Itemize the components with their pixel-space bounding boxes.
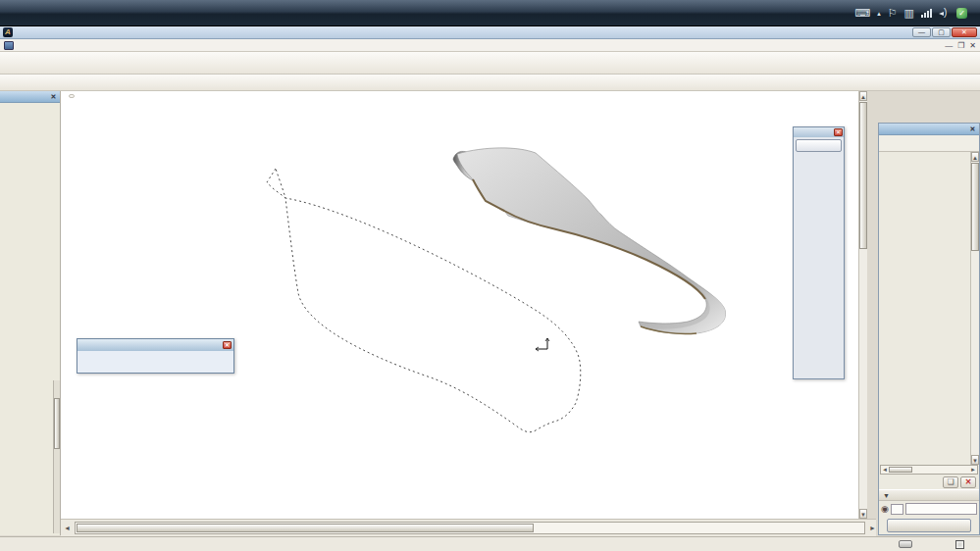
navigator-titlebar[interactable]: ✕ <box>879 124 979 135</box>
archiforma-palette: ✕ <box>793 126 845 379</box>
navigator-palette: ✕ ▲ ▼ ◄ ► ❏ ✕ ▼ ◉ <box>878 123 980 535</box>
properties-section-header[interactable]: ▼ <box>879 489 979 501</box>
navigator-actions: ❏ ✕ <box>879 475 979 489</box>
mdi-minimize-button[interactable]: — <box>945 41 953 50</box>
scroll-left-icon[interactable]: ◄ <box>64 525 71 531</box>
viewport-nav-bar: ◄ ► <box>61 519 876 536</box>
tool-list <box>0 103 60 535</box>
navigator-toolbar <box>879 135 979 152</box>
viewport-hscrollbar[interactable] <box>75 522 865 534</box>
view-name-field[interactable] <box>905 503 977 515</box>
status-bar <box>0 536 980 551</box>
edit-palette-titlebar[interactable]: ✕ <box>77 339 233 351</box>
view-properties-row: ◉ <box>879 501 979 517</box>
navigator-tree-scrollbar[interactable]: ▲ ▼ <box>970 152 979 465</box>
network-signal-icon[interactable] <box>921 9 932 18</box>
system-tray: ⌨ ▴ ⚐ ▥ ✓ <box>848 0 976 26</box>
scroll-right-icon[interactable]: ► <box>869 525 876 531</box>
volume-icon[interactable] <box>939 9 950 19</box>
clone-folder-button[interactable]: ❏ <box>943 476 958 488</box>
flag-icon[interactable]: ⚐ <box>888 7 898 20</box>
vscroll-thumb[interactable] <box>859 102 867 249</box>
disk-icon <box>899 540 912 548</box>
security-shield-icon[interactable]: ✓ <box>956 8 967 19</box>
archiforma-grid <box>794 154 844 156</box>
memory-icon <box>955 540 964 549</box>
devices-icon[interactable]: ▥ <box>904 7 914 20</box>
settings-button[interactable] <box>887 519 971 532</box>
navigator-tree: ▲ ▼ <box>879 152 979 465</box>
restore-button[interactable]: ▢ <box>932 27 951 37</box>
archiforma-titlebar[interactable]: ✕ <box>794 127 844 137</box>
scroll-up-icon[interactable]: ▲ <box>859 91 867 101</box>
shell-3d-model[interactable] <box>453 148 726 334</box>
origin-axes-marker <box>536 338 549 351</box>
hscroll-thumb[interactable] <box>77 524 534 532</box>
scroll-right-icon[interactable]: ► <box>970 467 976 473</box>
delete-button[interactable]: ✕ <box>960 476 976 488</box>
edit-palette: ✕ <box>77 338 234 374</box>
scroll-up-icon[interactable]: ▲ <box>971 152 979 162</box>
close-button[interactable]: ✕ <box>952 27 977 37</box>
navigator-hscrollbar[interactable]: ◄ ► <box>880 465 978 475</box>
menu-bar: — ❐ ✕ <box>0 39 980 52</box>
view-id-field[interactable] <box>891 504 903 515</box>
settings-row <box>879 517 979 534</box>
canvas-mini-toolbar <box>69 94 75 98</box>
close-icon[interactable]: ✕ <box>968 125 977 133</box>
close-icon[interactable]: ✕ <box>49 93 58 101</box>
scroll-down-icon[interactable]: ▼ <box>971 455 979 465</box>
tools-scrollbar[interactable] <box>53 380 60 533</box>
window-titlebar: A — ▢ ✕ <box>0 26 980 39</box>
edit-palette-buttons <box>77 351 233 355</box>
standard-toolbar <box>0 52 980 75</box>
archicad-app-icon: A <box>3 27 13 37</box>
hidden-icons-chevron[interactable]: ▴ <box>877 10 881 18</box>
tools-palette-titlebar[interactable]: ✕ <box>0 91 60 103</box>
mdi-restore-button[interactable]: ❐ <box>957 41 964 50</box>
options-toolbar <box>0 75 980 91</box>
minimize-button[interactable]: — <box>912 27 931 37</box>
work-area: ✕ <box>0 91 980 536</box>
collapse-arrow-icon: ▼ <box>883 492 890 499</box>
mdi-close-button[interactable]: ✕ <box>969 41 976 50</box>
close-icon[interactable]: ✕ <box>223 341 232 349</box>
archiforma-label <box>796 139 842 152</box>
document-window-icon[interactable] <box>4 41 14 50</box>
model-drawing <box>61 91 867 519</box>
windows-taskbar: ⌨ ▴ ⚐ ▥ ✓ <box>0 0 980 26</box>
scroll-down-icon[interactable]: ▼ <box>859 509 867 519</box>
close-icon[interactable]: ✕ <box>834 128 843 136</box>
eye-icon: ◉ <box>881 504 889 514</box>
tools-palette: ✕ <box>0 91 61 535</box>
keyboard-icon[interactable]: ⌨ <box>854 7 870 20</box>
scroll-left-icon[interactable]: ◄ <box>882 467 888 473</box>
viewport-vscrollbar[interactable]: ▲ ▼ <box>858 91 867 519</box>
3d-viewport[interactable]: ✕ ✕ ▲ ▼ <box>61 91 867 519</box>
